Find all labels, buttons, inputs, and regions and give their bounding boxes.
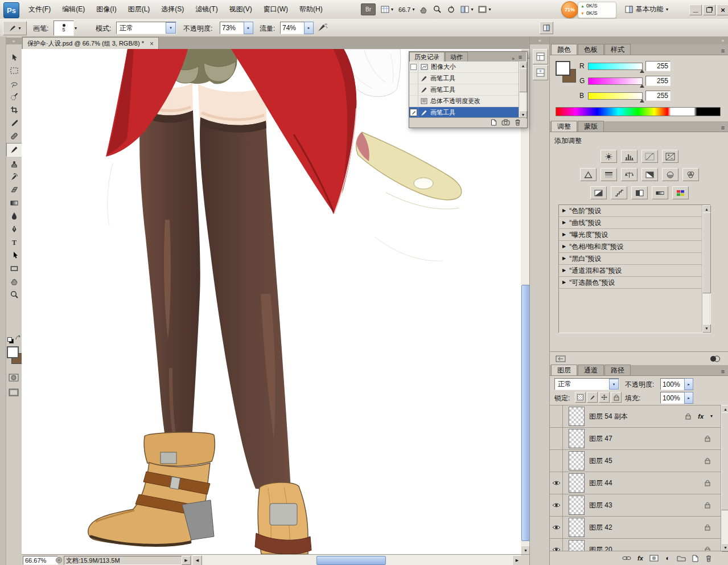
document-tab[interactable]: 保护伞·人设.psd @ 66.7% (组 3, RGB/8) * × <box>22 37 159 50</box>
tool-eyedropper[interactable] <box>7 117 22 129</box>
mode-select[interactable]: 正常 ▾ <box>116 22 176 34</box>
menu-edit[interactable]: 编辑(E) <box>56 0 91 19</box>
net-monitor-ball[interactable]: 71% <box>561 1 578 18</box>
restore-button[interactable] <box>703 5 715 15</box>
blend-mode-select[interactable]: 正常 ▾ <box>554 378 619 390</box>
brush-preset-picker[interactable]: 5 <box>54 21 74 36</box>
tool-blur[interactable] <box>7 210 22 222</box>
foreground-color-swatch[interactable] <box>7 346 19 358</box>
rotate-view-icon[interactable] <box>447 5 455 14</box>
history-source-cell[interactable] <box>409 107 418 117</box>
layer-visibility-toggle[interactable] <box>550 494 563 516</box>
photo-filter-button[interactable] <box>662 168 678 181</box>
tool-clone-stamp[interactable] <box>7 157 22 170</box>
new-group-button[interactable] <box>675 553 688 563</box>
new-layer-button[interactable] <box>689 553 701 563</box>
adjustments-panel-menu-icon[interactable]: ≡ <box>717 123 728 132</box>
tool-marquee[interactable] <box>7 64 22 77</box>
color-spectrum-bar[interactable] <box>556 107 721 116</box>
menu-view[interactable]: 视图(V) <box>224 0 258 19</box>
doc-info-field[interactable]: 文档:15.9M/113.5M <box>64 556 186 565</box>
threshold-button[interactable] <box>631 186 648 199</box>
channel-value-g[interactable]: 255 <box>645 76 671 86</box>
layers-panel-menu-icon[interactable]: ≡ <box>717 367 728 375</box>
lock-all-button[interactable] <box>611 392 622 403</box>
add-layer-mask-button[interactable] <box>648 553 660 563</box>
tab-swatches[interactable]: 色板 <box>578 44 604 55</box>
layer-row-42[interactable]: 图层 42 <box>550 517 721 539</box>
history-source-cell[interactable] <box>409 84 418 95</box>
resize-grip[interactable] <box>521 555 529 565</box>
new-adjustment-layer-button[interactable]: ◐ <box>661 553 674 563</box>
tool-quick-select[interactable] <box>7 91 22 103</box>
tool-healing-brush[interactable] <box>7 130 22 142</box>
view-extras-button[interactable]: ▾ <box>381 6 393 13</box>
tab-masks[interactable]: 蒙版 <box>578 121 604 132</box>
zoom-percent-field[interactable]: 66.67% <box>23 556 58 565</box>
zoom-level-control[interactable]: 66.7 ▾ <box>398 6 414 13</box>
selective-color-button[interactable] <box>672 186 689 199</box>
history-source-cell[interactable] <box>409 62 418 72</box>
color-balance-button[interactable] <box>621 168 637 181</box>
delete-state-button[interactable] <box>512 118 523 126</box>
layers-fill-arrow-icon[interactable]: ▸ <box>684 392 693 404</box>
tool-history-brush[interactable] <box>7 170 22 183</box>
vibrance-button[interactable] <box>580 168 597 181</box>
tab-channels[interactable]: 通道 <box>578 365 604 375</box>
layer-style-button[interactable]: fx <box>634 553 647 563</box>
menu-filter[interactable]: 滤镜(T) <box>190 0 223 19</box>
swap-colors-icon[interactable] <box>15 335 21 341</box>
preset-row-hue-saturation[interactable]: ▶“色相/饱和度”预设 <box>559 241 702 253</box>
net-monitor-widget[interactable]: 71% ▲0K/S ▼0K/S <box>561 1 611 18</box>
zoom-tool-icon[interactable] <box>433 5 442 14</box>
quick-mask-button[interactable] <box>6 374 22 382</box>
delete-layer-button[interactable] <box>702 553 715 563</box>
history-scrollbar[interactable]: ▲ ▼ <box>519 62 526 117</box>
dock-collapse-icon[interactable]: » <box>722 38 724 43</box>
tool-pen[interactable] <box>7 223 22 235</box>
hscroll-left-button[interactable]: ◀ <box>192 555 202 565</box>
toggle-panels-button[interactable] <box>540 22 553 34</box>
preset-row-channel-mixer[interactable]: ▶“通道混和器”预设 <box>559 265 702 277</box>
lock-pixels-button[interactable] <box>587 392 598 403</box>
default-colors-icon[interactable] <box>7 337 13 343</box>
layer-visibility-toggle[interactable] <box>550 472 563 494</box>
history-scroll-thumb[interactable] <box>519 68 527 92</box>
new-snapshot-button[interactable] <box>500 118 511 126</box>
lock-position-button[interactable] <box>599 392 610 403</box>
layer-visibility-toggle[interactable] <box>550 406 563 427</box>
layer-thumbnail[interactable] <box>569 496 585 515</box>
tab-styles[interactable]: 样式 <box>604 44 631 55</box>
layer-name[interactable]: 图层 45 <box>589 456 612 466</box>
layer-thumbnail[interactable] <box>569 473 585 493</box>
layer-visibility-toggle[interactable] <box>550 450 563 472</box>
layer-thumbnail[interactable] <box>569 429 585 448</box>
preset-expand-icon[interactable]: ▶ <box>562 244 566 249</box>
history-item-brush-3-selected[interactable]: 画笔工具 <box>409 107 519 117</box>
preset-row-black-white[interactable]: ▶“黑白”预设 <box>559 253 702 265</box>
layer-row-45[interactable]: 图层 45 <box>550 450 721 472</box>
layer-name[interactable]: 图层 54 副本 <box>589 412 628 421</box>
adjustments-return-icon[interactable] <box>556 355 566 363</box>
lock-transparency-button[interactable] <box>575 392 586 403</box>
layer-row-44[interactable]: 图层 44 <box>550 472 721 494</box>
flow-popup-arrow-icon[interactable]: ▸ <box>304 22 314 34</box>
tool-zoom[interactable] <box>7 288 22 301</box>
tab-adjustments[interactable]: 调整 <box>551 121 577 132</box>
history-source-cell[interactable] <box>409 73 418 84</box>
tool-brush[interactable] <box>6 143 22 157</box>
layer-row-47[interactable]: 图层 47 <box>550 428 721 450</box>
close-button[interactable]: × <box>717 5 728 15</box>
history-source-checkbox[interactable] <box>410 64 417 70</box>
airbrush-icon[interactable] <box>316 23 328 33</box>
black-white-button[interactable] <box>641 168 658 181</box>
layer-row-54-copy[interactable]: 图层 54 副本 fx ▾ <box>550 406 721 428</box>
preset-expand-icon[interactable]: ▶ <box>562 208 566 213</box>
preset-row-exposure[interactable]: ▶“曝光度”预设 <box>559 229 702 241</box>
tool-eraser[interactable] <box>7 183 22 196</box>
panel-foreground-swatch[interactable] <box>556 61 570 76</box>
tool-lasso[interactable] <box>7 77 22 90</box>
menu-help[interactable]: 帮助(H) <box>294 0 328 19</box>
preset-row-selective-color[interactable]: ▶“可选颜色”预设 <box>559 277 702 289</box>
tool-path-select[interactable] <box>7 249 22 261</box>
